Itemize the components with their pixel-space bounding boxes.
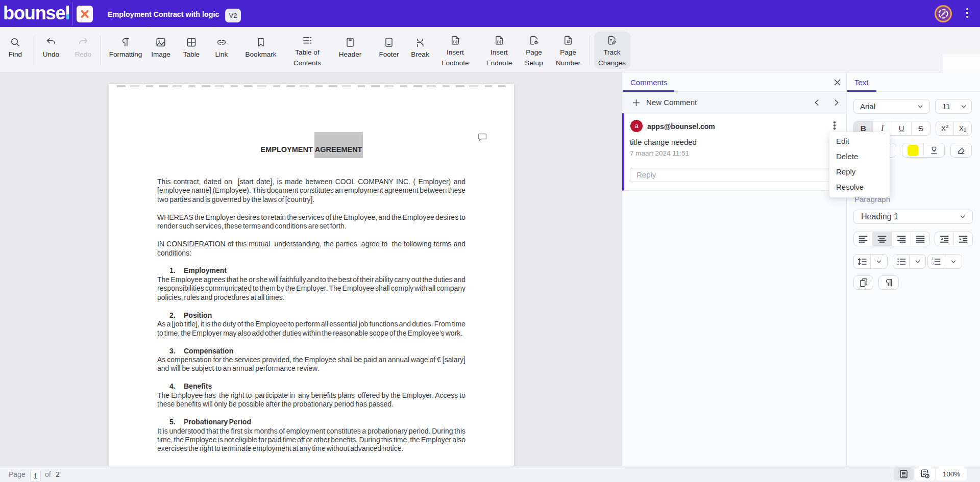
svg-text:1: 1 — [932, 257, 934, 261]
svg-text:2: 2 — [932, 262, 934, 266]
